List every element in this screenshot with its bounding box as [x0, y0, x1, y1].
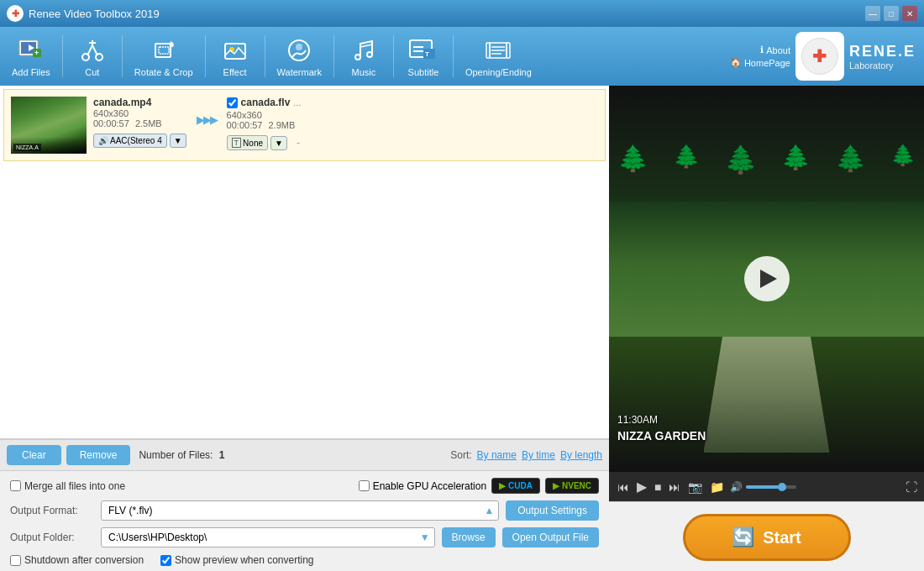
toolbar-music[interactable]: Music [334, 32, 393, 81]
toolbar-add-files[interactable]: + Add Files [0, 32, 62, 81]
svg-rect-11 [155, 44, 171, 57]
brand-text-area: RENE.E Laboratory [849, 43, 916, 71]
left-panel: NIZZA.A canada.mp4 640x360 00:00:57 2.5M… [0, 86, 609, 571]
play-button[interactable] [744, 256, 790, 301]
brand-name: RENE.E [849, 43, 916, 60]
open-output-button[interactable]: Open Output File [502, 527, 599, 547]
add-files-label: Add Files [12, 67, 50, 77]
svg-line-8 [92, 45, 97, 55]
start-button[interactable]: 🔄 Start [683, 514, 851, 561]
folder-button[interactable]: 📁 [708, 479, 726, 495]
subtitle-label: None [243, 139, 263, 148]
input-resolution: 640x360 [93, 108, 186, 118]
music-label: Music [352, 67, 376, 77]
input-duration: 00:00:57 [93, 118, 129, 128]
start-area: 🔄 Start [609, 501, 924, 571]
audio-selector: 🔊 AAC(Stereo 4 ▼ [93, 134, 186, 148]
audio-dropdown-button[interactable]: ▼ [170, 134, 186, 148]
play-icon [760, 270, 777, 288]
about-link[interactable]: ℹ About [760, 45, 790, 55]
home-icon: 🏠 [730, 57, 742, 68]
start-icon: 🔄 [732, 526, 754, 548]
audio-track-button[interactable]: 🔊 AAC(Stereo 4 [93, 134, 167, 148]
output-folder-select[interactable]: C:\Users\HP\Desktop\ [101, 527, 435, 547]
arrow-icon: ▶▶▶ [197, 113, 217, 126]
file-list-area: NIZZA.A canada.mp4 640x360 00:00:57 2.5M… [0, 86, 609, 439]
show-preview-checkbox[interactable] [160, 555, 171, 566]
rotate-crop-icon [149, 35, 179, 65]
play-pause-button[interactable]: ▶ [635, 477, 648, 496]
cuda-button[interactable]: ▶ CUDA [491, 478, 540, 494]
clear-button[interactable]: Clear [7, 445, 61, 465]
homepage-link[interactable]: 🏠 HomePage [730, 57, 790, 68]
toolbar: + Add Files Cut Rota [0, 27, 924, 86]
output-folder-label: Output Folder: [10, 532, 94, 543]
cuda-nvidia-logo: ▶ [499, 481, 506, 490]
skip-back-button[interactable]: ⏮ [616, 479, 631, 495]
output-name-row: canada.flv ... [227, 97, 598, 108]
nvenc-button[interactable]: ▶ NVENC [545, 478, 599, 494]
close-button[interactable]: ✕ [902, 6, 917, 21]
stop-button[interactable]: ■ [653, 479, 663, 495]
skip-forward-button[interactable]: ⏭ [667, 479, 682, 495]
input-duration-size: 00:00:57 2.5MB [93, 118, 186, 128]
sort-by-length[interactable]: By length [560, 449, 602, 461]
output-checkbox[interactable] [227, 97, 238, 108]
table-row: NIZZA.A canada.mp4 640x360 00:00:57 2.5M… [3, 89, 606, 161]
cut-icon [77, 35, 108, 65]
toolbar-rotate-crop[interactable]: Rotate & Crop [123, 32, 205, 81]
toolbar-subtitle[interactable]: T Subtitle [394, 32, 453, 81]
output-format-select[interactable]: FLV (*.flv) [101, 500, 499, 521]
svg-point-17 [296, 44, 302, 50]
toolbar-watermark[interactable]: Watermark [265, 32, 333, 81]
sort-by-name[interactable]: By name [477, 449, 517, 461]
fullscreen-button[interactable]: ⛶ [906, 480, 917, 494]
maximize-button[interactable]: □ [884, 6, 899, 21]
brand-circle: ✚ [801, 38, 838, 75]
sort-area: Sort: By name By time By length [450, 449, 602, 461]
input-filename: canada.mp4 [93, 97, 186, 108]
preview-trees-row: 🌲 🌲 🌲 🌲 🌲 🌲 [609, 144, 924, 175]
subtitle-type-button[interactable]: T None [227, 135, 268, 150]
subtitle-dropdown-button[interactable]: ▼ [270, 136, 287, 150]
homepage-label: HomePage [744, 58, 790, 68]
brand-logo: ✚ [795, 32, 844, 81]
shutdown-label[interactable]: Shutdown after conversion [10, 554, 144, 566]
enable-gpu-label[interactable]: Enable GPU Acceleration [359, 480, 486, 492]
output-filename: canada.flv [241, 97, 291, 108]
output-duration-size: 00:00:57 2.9MB [227, 120, 598, 130]
tree-6: 🌲 [890, 144, 916, 175]
volume-track[interactable] [746, 485, 796, 489]
subtitle-t-icon: T [232, 138, 242, 148]
minimize-button[interactable]: — [865, 6, 880, 21]
show-preview-label[interactable]: Show preview when converting [160, 554, 313, 566]
list-controls-bar: Clear Remove Number of Files: 1 Sort: By… [0, 439, 609, 470]
toolbar-opening-ending[interactable]: Opening/Ending [454, 32, 543, 81]
file-count-text: Number of Files: [139, 449, 213, 461]
browse-button[interactable]: Browse [442, 527, 496, 547]
audio-track-label: AAC(Stereo 4 [110, 136, 162, 145]
svg-text:T: T [425, 50, 429, 58]
video-preview: 🌲 🌲 🌲 🌲 🌲 🌲 11:30AM NIZZA GARDEN [609, 86, 924, 472]
snapshot-button[interactable]: 📷 [686, 479, 704, 495]
output-settings-button[interactable]: Output Settings [506, 500, 599, 521]
input-size: 2.5MB [135, 118, 162, 128]
merge-checkbox-label[interactable]: Merge all files into one [10, 480, 125, 492]
shutdown-checkbox[interactable] [10, 555, 21, 566]
output-size: 2.9MB [269, 120, 296, 130]
file-thumbnail: NIZZA.A [11, 97, 87, 154]
rotate-crop-label: Rotate & Crop [134, 67, 193, 77]
remove-button[interactable]: Remove [66, 445, 131, 465]
subtitle-label: Subtitle [408, 67, 439, 77]
toolbar-cut[interactable]: Cut [63, 32, 122, 81]
sort-by-time[interactable]: By time [522, 449, 555, 461]
merge-checkbox[interactable] [10, 480, 21, 491]
subtitle-icon: T [408, 35, 438, 65]
output-more-button[interactable]: ... [293, 97, 301, 107]
thumb-label: NIZZA.A [13, 144, 41, 151]
svg-line-7 [87, 45, 92, 55]
toolbar-effect[interactable]: Effect [206, 32, 265, 81]
enable-gpu-checkbox[interactable] [359, 480, 370, 491]
app-logo-icon: ✚ [7, 5, 24, 22]
file-count-value: 1 [219, 449, 225, 461]
